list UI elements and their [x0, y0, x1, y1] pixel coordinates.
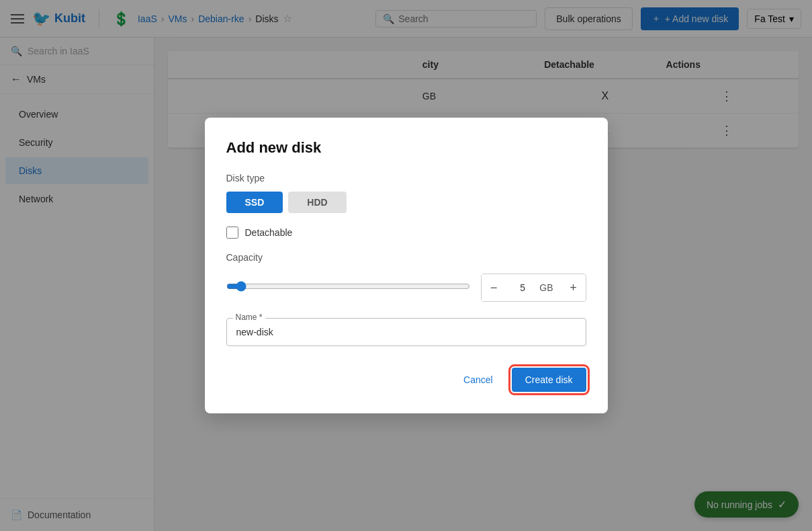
capacity-slider[interactable]	[226, 281, 471, 292]
capacity-decrement-button[interactable]: −	[482, 274, 506, 301]
hdd-button[interactable]: HDD	[288, 192, 346, 213]
name-input[interactable]	[226, 318, 586, 346]
detachable-checkbox[interactable]	[226, 227, 238, 239]
name-label: Name *	[233, 313, 265, 322]
disk-type-label: Disk type	[226, 173, 586, 183]
ssd-button[interactable]: SSD	[226, 192, 283, 213]
capacity-increment-button[interactable]: +	[561, 274, 586, 301]
modal-title: Add new disk	[226, 139, 586, 157]
name-field-wrap: Name *	[226, 318, 586, 346]
disk-type-options: SSD HDD	[226, 192, 586, 213]
cancel-button[interactable]: Cancel	[453, 369, 504, 391]
capacity-slider-container	[226, 281, 471, 294]
add-new-disk-modal: Add new disk Disk type SSD HDD Detachabl…	[205, 118, 608, 413]
capacity-row: − 5 GB +	[226, 274, 586, 302]
modal-overlay: Add new disk Disk type SSD HDD Detachabl…	[0, 0, 812, 531]
create-disk-button[interactable]: Create disk	[512, 368, 586, 392]
capacity-label: Capacity	[226, 252, 586, 263]
modal-footer: Cancel Create disk	[226, 368, 586, 392]
detachable-row: Detachable	[226, 227, 586, 239]
capacity-control: − 5 GB +	[481, 274, 586, 302]
capacity-unit: GB	[539, 274, 561, 301]
capacity-value: 5	[506, 274, 539, 301]
detachable-label[interactable]: Detachable	[245, 227, 293, 238]
